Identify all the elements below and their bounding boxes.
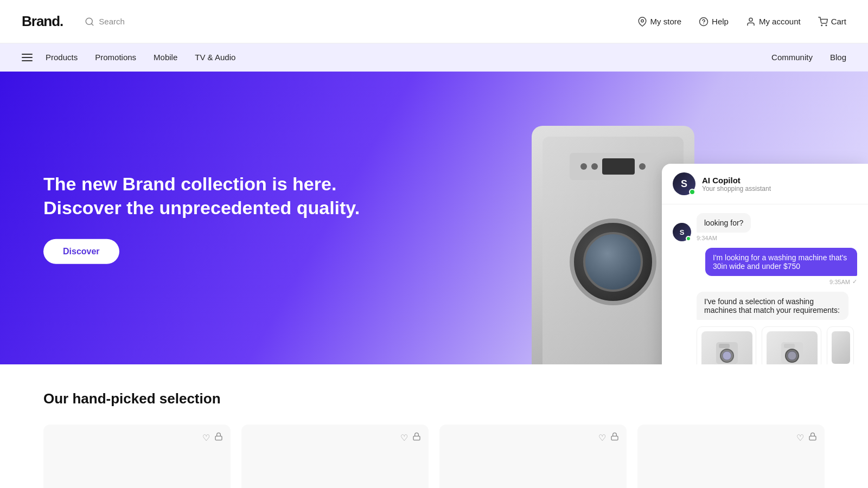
tile-cart-btn-4[interactable] (808, 432, 817, 443)
discover-button[interactable]: Discover (43, 239, 119, 264)
cart-icon (818, 17, 828, 27)
nav-tv-audio[interactable]: TV & Audio (195, 53, 235, 62)
hero-content: The new Brand collection is here. Discov… (43, 172, 360, 264)
svg-point-2 (641, 20, 643, 22)
nav-promotions[interactable]: Promotions (95, 53, 136, 62)
svg-point-7 (826, 25, 827, 26)
nav-blog[interactable]: Blog (830, 53, 846, 62)
tile-heart-btn-4[interactable]: ♡ (796, 432, 804, 443)
lock-icon-3 (610, 432, 619, 441)
bot-bubble-1: looking for? (697, 213, 751, 233)
tile-actions-4: ♡ (796, 432, 817, 443)
product-card-1: SP 2000HWA $598 Learn more (697, 326, 756, 364)
copilot-title-group: AI Copilot Your shopping assistant (702, 176, 771, 192)
svg-line-1 (92, 23, 93, 25)
hero-title: The new Brand collection is here. Discov… (43, 172, 360, 220)
lock-icon-1 (214, 432, 223, 441)
hamburger-menu[interactable] (22, 54, 33, 61)
product-tile-4: ♡ (637, 425, 825, 488)
person-icon (746, 17, 756, 27)
user-time-1: 9:35AM ✓ (705, 278, 857, 285)
svg-rect-19 (809, 436, 816, 440)
user-bubble-1: I'm looking for a washing machine that's… (705, 248, 857, 276)
tile-actions-3: ♡ (598, 432, 619, 443)
product-tile-3: ♡ (439, 425, 627, 488)
tile-cart-btn-1[interactable] (214, 432, 223, 443)
product-tile-2: ♡ (241, 425, 429, 488)
machine-btn-2 (591, 163, 598, 170)
copilot-title: AI Copilot (702, 176, 771, 185)
machine-door (570, 219, 656, 305)
hero-title-line2: Discover the unprecedented quality. (43, 196, 360, 220)
machine-control-panel (570, 153, 656, 180)
user-bubble-1-wrap: I'm looking for a washing machine that's… (705, 248, 857, 285)
product-grid: ♡ ♡ ♡ ♡ (43, 425, 825, 488)
copilot-panel: S AI Copilot Your shopping assistant S l… (662, 164, 868, 364)
my-account-label: My account (759, 17, 801, 26)
cart-link[interactable]: Cart (818, 17, 846, 27)
copilot-messages: S looking for? 9:34AM I'm looking for a … (662, 204, 868, 364)
location-icon (637, 17, 647, 27)
svg-point-10 (723, 351, 731, 360)
svg-rect-11 (719, 344, 730, 348)
header: Brand. Search My store Help My account C… (0, 0, 868, 43)
bot-time-1: 9:34AM (697, 235, 751, 241)
check-icon: ✓ (852, 278, 857, 285)
tile-heart-btn-2[interactable]: ♡ (400, 432, 408, 443)
product-card-2: FAM2O 473KL $449 Learn more (762, 326, 821, 364)
product-img-2 (767, 331, 818, 364)
bot-bubble-products: I've found a selection of washing machin… (697, 292, 848, 320)
tile-heart-btn-1[interactable]: ♡ (202, 432, 210, 443)
nav-products[interactable]: Products (46, 53, 78, 62)
svg-rect-15 (784, 344, 795, 348)
user-message-1: I'm looking for a washing machine that's… (673, 248, 857, 285)
avatar-online-indicator (689, 189, 695, 195)
svg-point-14 (788, 351, 796, 360)
lock-icon-2 (412, 432, 421, 441)
search-bar[interactable]: Search (85, 17, 125, 27)
machine-display (602, 158, 635, 175)
bot-bubble-1-wrap: looking for? 9:34AM (697, 213, 751, 241)
brand-logo[interactable]: Brand. (22, 13, 63, 30)
cart-label: Cart (831, 17, 846, 26)
nav-items: Products Promotions Mobile TV & Audio (46, 53, 235, 62)
bot-message-1: S looking for? 9:34AM (673, 213, 857, 241)
below-hero-section: Our hand-picked selection ♡ ♡ ♡ (0, 364, 868, 488)
bot-avatar-1: S (673, 223, 691, 241)
help-link[interactable]: Help (699, 17, 729, 27)
machine-btn-3 (639, 163, 646, 170)
hero-title-line1: The new Brand collection is here. (43, 172, 360, 196)
navbar: Products Promotions Mobile TV & Audio Co… (0, 43, 868, 72)
help-icon (699, 17, 709, 27)
tile-actions-2: ♡ (400, 432, 421, 443)
nav-mobile[interactable]: Mobile (154, 53, 177, 62)
search-label: Search (99, 17, 125, 26)
product-img-1 (701, 331, 752, 364)
machine-door-inner (583, 232, 643, 292)
tile-cart-btn-3[interactable] (610, 432, 619, 443)
avatar-letter: S (681, 178, 687, 190)
user-time-text: 9:35AM (829, 279, 850, 285)
copilot-header: S AI Copilot Your shopping assistant (662, 164, 868, 204)
my-account-link[interactable]: My account (746, 17, 801, 27)
hero-section: The new Brand collection is here. Discov… (0, 72, 868, 364)
copilot-avatar: S (673, 172, 695, 195)
help-label: Help (712, 17, 729, 26)
washing-machine-icon-2 (778, 339, 806, 364)
svg-point-6 (821, 25, 822, 26)
nav-right: Community Blog (771, 53, 846, 62)
tile-actions-1: ♡ (202, 432, 223, 443)
svg-rect-18 (611, 436, 618, 440)
my-store-link[interactable]: My store (637, 17, 682, 27)
tile-cart-btn-2[interactable] (412, 432, 421, 443)
lock-icon-4 (808, 432, 817, 441)
products-row: SP 2000HWA $598 Learn more (697, 326, 854, 364)
bot-message-products: S I've found a selection of washing mach… (673, 292, 857, 364)
nav-community[interactable]: Community (771, 53, 813, 62)
tile-heart-btn-3[interactable]: ♡ (598, 432, 606, 443)
product-tile-1: ♡ (43, 425, 231, 488)
product-card-3-partial (827, 326, 854, 364)
svg-point-5 (749, 18, 752, 21)
machine-btn-1 (580, 163, 587, 170)
my-store-label: My store (650, 17, 682, 26)
